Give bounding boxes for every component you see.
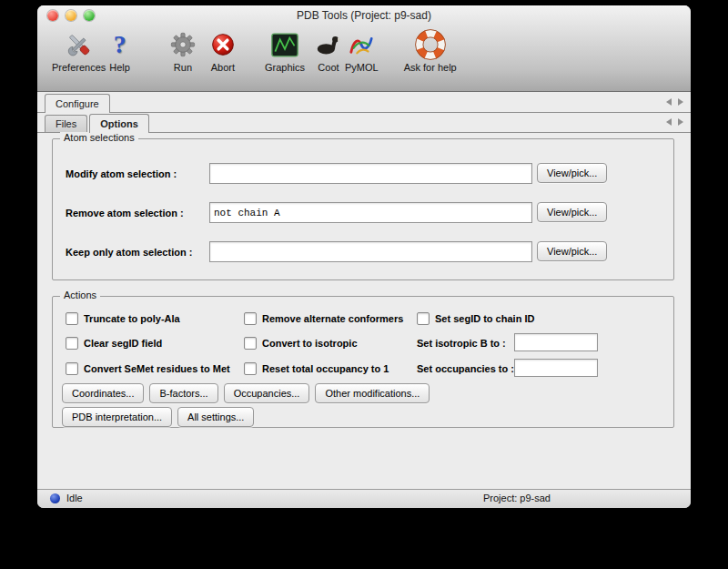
pymol-icon xyxy=(348,28,375,61)
checkbox-box[interactable] xyxy=(66,362,78,375)
inner-tab-scroll-right-icon[interactable] xyxy=(678,118,683,126)
toolbar-abort-label: Abort xyxy=(211,62,235,73)
toolbar-coot[interactable]: Coot xyxy=(316,28,341,73)
toolbar-preferences[interactable]: Preferences xyxy=(52,28,106,73)
modify-view-pick-button[interactable]: View/pick... xyxy=(537,163,607,183)
modify-atom-selection-label: Modify atom selection : xyxy=(66,168,177,179)
checkbox-set-segid-to-chain-id-label: Set segID to chain ID xyxy=(435,313,534,324)
keep-view-pick-button[interactable]: View/pick... xyxy=(537,241,607,261)
titlebar: PDB Tools (Project: p9-sad) xyxy=(37,5,691,25)
remove-atom-selection-row: Remove atom selection : View/pick... xyxy=(53,202,673,224)
toolbar-ask-for-help-label: Ask for help xyxy=(404,62,457,73)
occupancies-button[interactable]: Occupancies... xyxy=(224,383,310,403)
atom-selections-group: Atom selections Modify atom selection : … xyxy=(52,138,674,280)
status-text: Idle xyxy=(66,493,83,503)
window-title: PDB Tools (Project: p9-sad) xyxy=(37,5,691,25)
configure-tab-bar: Configure xyxy=(37,93,691,113)
keep-only-atom-selection-row: Keep only atom selection : View/pick... xyxy=(53,241,673,263)
set-isotropic-b-input[interactable] xyxy=(514,333,598,351)
tab-files-label: Files xyxy=(56,118,76,129)
actions-buttons-row-2: PDB interpretation... All settings... xyxy=(62,407,254,427)
checkbox-clear-segid-field-label: Clear segID field xyxy=(84,338,162,349)
checkbox-box[interactable] xyxy=(244,362,257,375)
inner-tab-scroll-left-icon[interactable] xyxy=(666,118,672,126)
remove-view-pick-button[interactable]: View/pick... xyxy=(537,202,607,222)
checkbox-convert-to-isotropic[interactable]: Convert to isotropic xyxy=(244,336,358,350)
inner-tab-scroll-arrows xyxy=(666,118,683,132)
toolbar-pymol[interactable]: PyMOL xyxy=(345,28,379,73)
modify-atom-selection-row: Modify atom selection : View/pick... xyxy=(53,163,673,185)
lifebuoy-icon xyxy=(415,28,446,61)
checkbox-convert-to-isotropic-label: Convert to isotropic xyxy=(262,338,358,349)
checkbox-reset-total-occupancy[interactable]: Reset total occupancy to 1 xyxy=(244,361,389,375)
traffic-lights xyxy=(47,10,95,21)
toolbar: Preferences ? Help xyxy=(37,25,691,92)
actions-buttons-row-1: Coordinates... B-factors... Occupancies.… xyxy=(62,383,430,403)
status-project: Project: p9-sad xyxy=(483,493,551,503)
tab-options-label: Options xyxy=(100,118,138,129)
toolbar-help[interactable]: ? Help xyxy=(109,28,130,73)
toolbar-ask-for-help[interactable]: Ask for help xyxy=(404,28,457,73)
remove-atom-selection-label: Remove atom selection : xyxy=(66,208,184,218)
toolbar-run[interactable]: Run xyxy=(170,28,196,73)
abort-icon xyxy=(210,28,236,61)
checkbox-remove-alternate-conformers[interactable]: Remove alternate conformers xyxy=(244,311,403,325)
toolbar-coot-label: Coot xyxy=(318,62,339,73)
toolbar-preferences-label: Preferences xyxy=(52,62,106,73)
tab-configure[interactable]: Configure xyxy=(45,94,110,113)
toolbar-graphics[interactable]: Graphics xyxy=(265,28,305,73)
tab-options[interactable]: Options xyxy=(89,114,149,133)
toolbar-pymol-label: PyMOL xyxy=(345,62,379,73)
graphics-icon xyxy=(271,28,298,61)
run-gear-icon xyxy=(170,28,196,61)
tab-files[interactable]: Files xyxy=(45,115,87,132)
checkbox-convert-semet-to-met[interactable]: Convert SeMet residues to Met xyxy=(66,361,230,375)
status-bar: Idle Project: p9-sad xyxy=(37,489,691,508)
coordinates-button[interactable]: Coordinates... xyxy=(62,383,144,403)
tab-scroll-arrows xyxy=(666,98,683,112)
other-modifications-button[interactable]: Other modifications... xyxy=(315,383,430,403)
preferences-icon xyxy=(66,28,93,61)
checkbox-reset-total-occupancy-label: Reset total occupancy to 1 xyxy=(262,363,389,374)
all-settings-button[interactable]: All settings... xyxy=(177,407,254,427)
coot-bird-icon xyxy=(316,28,341,61)
remove-atom-selection-input[interactable] xyxy=(209,202,532,223)
tab-scroll-right-icon[interactable] xyxy=(678,98,683,106)
toolbar-abort[interactable]: Abort xyxy=(210,28,236,73)
question-mark-glyph: ? xyxy=(114,30,126,59)
checkbox-box[interactable] xyxy=(66,337,78,350)
actions-group: Actions Truncate to poly-Ala Remove alte… xyxy=(52,296,674,428)
files-options-tab-bar: Files Options xyxy=(37,113,691,133)
checkbox-box[interactable] xyxy=(244,312,257,325)
window-header: PDB Tools (Project: p9-sad) xyxy=(37,5,691,92)
checkbox-convert-semet-to-met-label: Convert SeMet residues to Met xyxy=(84,363,230,374)
zoom-button[interactable] xyxy=(84,10,95,21)
help-icon: ? xyxy=(114,28,126,61)
pdb-interpretation-button[interactable]: PDB interpretation... xyxy=(62,407,172,427)
keep-only-atom-selection-input[interactable] xyxy=(209,241,532,262)
modify-atom-selection-input[interactable] xyxy=(209,163,532,184)
checkbox-box[interactable] xyxy=(66,312,78,325)
minimize-button[interactable] xyxy=(66,10,76,21)
checkbox-box[interactable] xyxy=(417,312,430,325)
checkbox-set-segid-to-chain-id[interactable]: Set segID to chain ID xyxy=(417,311,534,325)
keep-only-atom-selection-label: Keep only atom selection : xyxy=(66,247,192,258)
tab-configure-label: Configure xyxy=(56,98,99,109)
checkbox-clear-segid-field[interactable]: Clear segID field xyxy=(66,336,162,350)
close-button[interactable] xyxy=(47,10,58,21)
checkbox-remove-alternate-conformers-label: Remove alternate conformers xyxy=(262,313,403,324)
pdb-tools-window: PDB Tools (Project: p9-sad) xyxy=(37,5,691,508)
toolbar-graphics-label: Graphics xyxy=(265,62,305,73)
set-isotropic-b-label: Set isotropic B to : xyxy=(417,338,506,349)
set-occupancies-input[interactable] xyxy=(514,359,598,377)
set-occupancies-label: Set occupancies to : xyxy=(417,363,514,374)
checkbox-truncate-poly-ala[interactable]: Truncate to poly-Ala xyxy=(66,311,180,325)
status-indicator-icon xyxy=(50,493,60,503)
actions-title: Actions xyxy=(60,290,100,300)
toolbar-run-label: Run xyxy=(174,62,192,73)
checkbox-truncate-poly-ala-label: Truncate to poly-Ala xyxy=(84,313,180,324)
tab-scroll-left-icon[interactable] xyxy=(666,98,672,106)
toolbar-help-label: Help xyxy=(109,62,130,73)
b-factors-button[interactable]: B-factors... xyxy=(149,383,217,403)
checkbox-box[interactable] xyxy=(244,337,257,350)
